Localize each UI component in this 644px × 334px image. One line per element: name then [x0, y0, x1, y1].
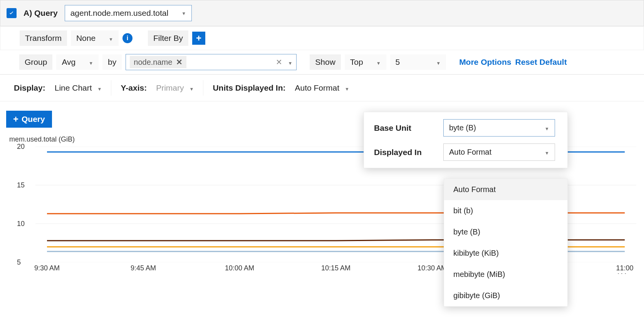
chart-type-select[interactable]: Line Chart — [55, 83, 102, 93]
x-tick: 11:00 AM — [616, 264, 633, 274]
chevron-down-icon — [190, 83, 194, 93]
unit-dropdown-menu: Auto Formatbit (b)byte (B)kibibyte (KiB)… — [444, 179, 568, 274]
chevron-down-icon — [436, 57, 441, 67]
transform-select[interactable]: None — [71, 30, 119, 46]
x-tick: 10:00 AM — [225, 264, 254, 272]
group-agg-select[interactable]: Avg — [56, 54, 99, 70]
unit-option[interactable]: mebibyte (MiB) — [444, 264, 567, 274]
x-tick: 9:30 AM — [34, 264, 60, 272]
show-n-select[interactable]: 5 — [390, 54, 446, 70]
display-row: Display: Line Chart Y-axis: Primary Unit… — [0, 74, 644, 101]
transform-label: Transform — [20, 30, 67, 46]
chevron-down-icon — [376, 57, 381, 67]
yaxis-select[interactable]: Primary — [156, 83, 194, 93]
y-tick: 10 — [17, 220, 25, 228]
more-options-link[interactable]: More Options — [459, 57, 511, 67]
divider — [203, 80, 203, 96]
displayed-in-label: Displayed In — [374, 148, 432, 157]
x-tick: 9:45 AM — [131, 264, 156, 272]
query-label: A) Query — [23, 8, 58, 18]
query-header: A) Query agent.node.mem.used.total — [0, 0, 644, 26]
group-by-input[interactable]: node.name ✕ ✕ — [126, 54, 297, 70]
base-unit-select[interactable]: byte (B) — [443, 119, 555, 137]
chevron-down-icon — [288, 58, 292, 67]
show-label: Show — [310, 54, 341, 70]
y-tick: 20 — [17, 143, 25, 151]
add-query-button[interactable]: + Query — [6, 111, 52, 128]
group-chip[interactable]: node.name ✕ — [130, 56, 186, 68]
chevron-down-icon — [545, 148, 549, 157]
metric-select[interactable]: agent.node.mem.used.total — [65, 5, 192, 21]
chevron-down-icon — [345, 83, 349, 93]
x-tick: 10:15 AM — [321, 264, 351, 272]
divider — [111, 80, 111, 96]
by-label: by — [102, 54, 122, 70]
unit-option[interactable]: Auto Format — [444, 179, 567, 200]
unit-option[interactable]: bit (b) — [444, 200, 567, 221]
show-rank-select[interactable]: Top — [345, 54, 386, 70]
base-unit-label: Base Unit — [374, 123, 432, 133]
displayed-in-select[interactable]: Auto Format — [443, 143, 555, 161]
add-filter-button[interactable]: + — [192, 32, 205, 45]
chevron-down-icon — [545, 123, 549, 132]
group-row: Group Avg by node.name ✕ ✕ Show Top 5 Mo… — [0, 50, 644, 74]
chip-remove-icon[interactable]: ✕ — [176, 57, 183, 67]
x-tick: 10:30 AM — [418, 264, 447, 272]
unit-option[interactable]: byte (B) — [444, 221, 567, 243]
chevron-down-icon — [89, 57, 93, 67]
chevron-down-icon — [181, 10, 186, 16]
transform-row: Transform None i Filter By + — [0, 26, 644, 50]
y-tick: 15 — [17, 181, 25, 189]
yaxis-label: Y-axis: — [121, 83, 147, 93]
units-label: Units Displayed In: — [213, 83, 285, 93]
filter-label: Filter By — [148, 30, 188, 46]
info-icon[interactable]: i — [122, 33, 132, 43]
chevron-down-icon — [109, 34, 113, 43]
group-label: Group — [19, 54, 52, 70]
chevron-down-icon — [97, 83, 102, 93]
clear-chips-icon[interactable]: ✕ — [276, 57, 282, 67]
units-popover: Base Unit byte (B) Displayed In Auto For… — [364, 112, 568, 168]
query-enable-checkbox[interactable] — [7, 8, 17, 18]
metric-value: agent.node.mem.used.total — [70, 8, 169, 18]
display-label: Display: — [14, 83, 45, 93]
unit-option[interactable]: kibibyte (KiB) — [444, 243, 567, 264]
y-tick: 5 — [17, 258, 21, 267]
reset-default-link[interactable]: Reset Default — [515, 57, 567, 67]
units-select[interactable]: Auto Format — [295, 83, 349, 93]
